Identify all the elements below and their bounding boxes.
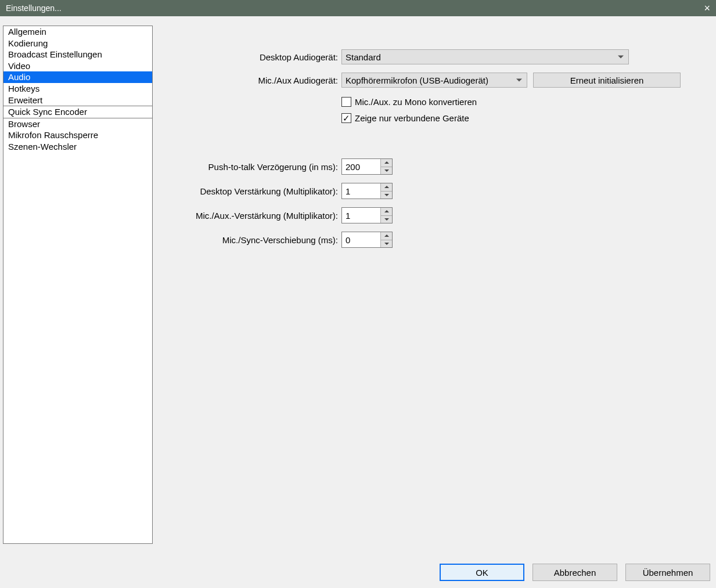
spinner-down-button[interactable] — [381, 240, 392, 248]
triangle-down-icon — [384, 194, 389, 196]
mono-checkbox-label: Mic./Aux. zu Mono konvertieren — [355, 97, 477, 107]
desktop-audio-label: Desktop Audiogerät: — [163, 52, 341, 62]
chevron-down-icon — [618, 56, 624, 59]
triangle-down-icon — [384, 218, 389, 221]
chevron-down-icon — [516, 79, 522, 82]
sidebar-item-erweitert[interactable]: Erweitert — [3, 95, 152, 106]
mic-aux-label: Mic./Aux Audiogerät: — [163, 75, 341, 85]
triangle-up-icon — [384, 235, 389, 237]
titlebar: Einstellungen... × — [0, 0, 716, 16]
sidebar-item-browser[interactable]: Browser — [3, 118, 152, 130]
desktop-boost-label: Desktop Verstärkung (Multiplikator): — [163, 186, 341, 196]
spinner-up-button[interactable] — [381, 208, 392, 216]
connected-only-checkbox[interactable] — [341, 113, 351, 123]
triangle-up-icon — [384, 161, 389, 164]
reinitialize-button[interactable]: Erneut initialisieren — [533, 73, 681, 88]
cancel-button[interactable]: Abbrechen — [532, 564, 617, 581]
ptt-delay-value[interactable]: 200 — [342, 159, 380, 174]
spinner-down-button[interactable] — [381, 167, 392, 175]
connected-only-checkbox-label: Zeige nur verbundene Geräte — [355, 113, 469, 123]
sidebar-item-quicksync[interactable]: Quick Sync Encoder — [3, 106, 152, 118]
triangle-down-icon — [384, 243, 389, 245]
audio-settings-panel: Desktop Audiogerät: Standard Mic./Aux Au… — [163, 26, 710, 588]
ptt-delay-spinner[interactable]: 200 — [341, 158, 393, 175]
mic-boost-value[interactable]: 1 — [342, 208, 380, 223]
apply-button[interactable]: Übernehmen — [625, 564, 710, 581]
mic-aux-dropdown[interactable]: Kopfhörermikrofon (USB-Audiogerät) — [341, 73, 527, 88]
sidebar-item-broadcast[interactable]: Broadcast Einstellungen — [3, 49, 152, 60]
desktop-boost-value[interactable]: 1 — [342, 183, 380, 199]
window-title: Einstellungen... — [6, 3, 62, 13]
spinner-up-button[interactable] — [381, 159, 392, 167]
desktop-boost-spinner[interactable]: 1 — [341, 183, 393, 199]
ptt-delay-label: Push-to-talk Verzögerung (in ms): — [163, 162, 341, 172]
ok-button[interactable]: OK — [440, 564, 524, 581]
mic-boost-label: Mic./Aux.-Verstärkung (Multiplikator): — [163, 211, 341, 221]
sidebar-item-mikrofon-rauschsperre[interactable]: Mikrofon Rauschsperre — [3, 129, 152, 141]
sidebar-item-kodierung[interactable]: Kodierung — [3, 38, 152, 49]
desktop-audio-value: Standard — [346, 52, 381, 62]
sidebar-item-allgemein[interactable]: Allgemein — [3, 26, 152, 38]
spinner-down-button[interactable] — [381, 216, 392, 223]
mono-checkbox[interactable] — [341, 97, 351, 107]
mic-sync-offset-value[interactable]: 0 — [342, 232, 380, 247]
mic-sync-offset-label: Mic./Sync-Verschiebung (ms): — [163, 235, 341, 245]
sidebar-item-szenen-wechsler[interactable]: Szenen-Wechsler — [3, 141, 152, 153]
spinner-down-button[interactable] — [381, 192, 392, 199]
spinner-up-button[interactable] — [381, 232, 392, 240]
mic-boost-spinner[interactable]: 1 — [341, 207, 393, 223]
sidebar-item-audio[interactable]: Audio — [3, 71, 152, 83]
mic-aux-value: Kopfhörermikrofon (USB-Audiogerät) — [346, 75, 488, 85]
close-icon[interactable]: × — [704, 3, 710, 13]
sidebar-item-video[interactable]: Video — [3, 60, 152, 72]
triangle-down-icon — [384, 169, 389, 172]
spinner-up-button[interactable] — [381, 183, 392, 192]
triangle-up-icon — [384, 210, 389, 212]
mic-sync-offset-spinner[interactable]: 0 — [341, 232, 393, 248]
sidebar-item-hotkeys[interactable]: Hotkeys — [3, 83, 152, 95]
dialog-button-bar: OK Abbrechen Übernehmen — [440, 564, 710, 581]
settings-category-list[interactable]: Allgemein Kodierung Broadcast Einstellun… — [3, 26, 153, 544]
triangle-up-icon — [384, 186, 389, 188]
desktop-audio-dropdown[interactable]: Standard — [341, 49, 629, 64]
